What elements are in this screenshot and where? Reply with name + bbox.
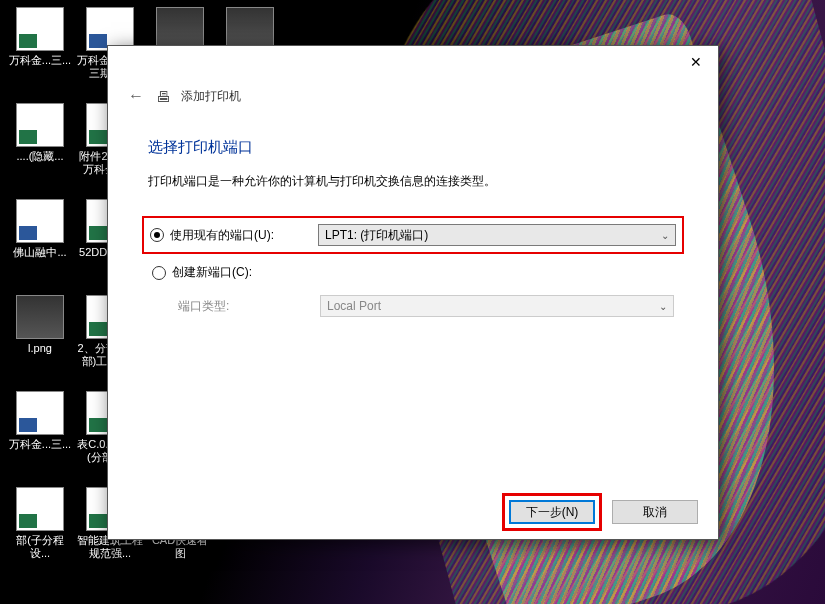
icon-label: l.png — [28, 342, 52, 355]
page-heading: 选择打印机端口 — [148, 138, 678, 157]
radio-label: 使用现有的端口(U): — [170, 227, 274, 244]
chevron-down-icon: ⌄ — [661, 230, 669, 241]
word-file-icon — [16, 391, 64, 435]
icon-label: ....(隐藏... — [16, 150, 63, 163]
dialog-header: ← 🖶 添加打印机 — [108, 78, 718, 120]
button-label: 取消 — [643, 504, 667, 521]
img-file-icon — [16, 295, 64, 339]
cancel-button[interactable]: 取消 — [612, 500, 698, 524]
icon-label: 佛山融中... — [13, 246, 66, 259]
excel-file-icon — [16, 7, 64, 51]
back-arrow-icon: ← — [128, 87, 144, 105]
dialog-content: 选择打印机端口 打印机端口是一种允许你的计算机与打印机交换信息的连接类型。 使用… — [108, 120, 718, 485]
port-type-label: 端口类型: — [152, 298, 320, 315]
desktop-icon[interactable]: ....(隐藏... — [5, 101, 75, 197]
next-button-highlight: 下一步(N) — [502, 493, 602, 531]
word-file-icon — [16, 199, 64, 243]
desktop-icon[interactable]: 万科金...三... — [5, 389, 75, 485]
radio-label: 创建新端口(C): — [172, 264, 252, 281]
icon-label: 部(子分程设... — [7, 534, 73, 559]
radio-icon — [150, 228, 164, 242]
desktop-icon[interactable]: l.png — [5, 293, 75, 389]
icon-label: 万科金...三... — [9, 54, 71, 67]
close-button[interactable]: ✕ — [673, 47, 718, 77]
add-printer-dialog: ✕ ← 🖶 添加打印机 选择打印机端口 打印机端口是一种允许你的计算机与打印机交… — [107, 45, 719, 540]
close-icon: ✕ — [690, 54, 702, 70]
select-value: Local Port — [327, 299, 381, 313]
page-description: 打印机端口是一种允许你的计算机与打印机交换信息的连接类型。 — [148, 173, 678, 190]
icon-label: 万科金...三... — [9, 438, 71, 451]
existing-port-row: 使用现有的端口(U): LPT1: (打印机端口) ⌄ — [142, 216, 684, 254]
create-new-port-row: 创建新端口(C): — [148, 260, 678, 285]
existing-port-select[interactable]: LPT1: (打印机端口) ⌄ — [318, 224, 676, 246]
next-button[interactable]: 下一步(N) — [509, 500, 595, 524]
radio-icon — [152, 266, 166, 280]
port-type-row: 端口类型: Local Port ⌄ — [148, 291, 678, 321]
use-existing-port-radio[interactable]: 使用现有的端口(U): — [150, 227, 318, 244]
desktop-icon[interactable]: 部(子分程设... — [5, 485, 75, 581]
printer-icon: 🖶 — [156, 88, 171, 105]
titlebar: ✕ — [108, 46, 718, 78]
desktop-icon[interactable]: 佛山融中... — [5, 197, 75, 293]
create-new-port-radio[interactable]: 创建新端口(C): — [152, 264, 320, 281]
chevron-down-icon: ⌄ — [659, 301, 667, 312]
excel-file-icon — [16, 103, 64, 147]
back-button[interactable]: ← — [126, 86, 146, 106]
excel-file-icon — [16, 487, 64, 531]
desktop-icon[interactable]: 万科金...三... — [5, 5, 75, 101]
button-label: 下一步(N) — [526, 504, 579, 521]
select-value: LPT1: (打印机端口) — [325, 227, 428, 244]
dialog-footer: 下一步(N) 取消 — [108, 485, 718, 539]
port-type-select: Local Port ⌄ — [320, 295, 674, 317]
dialog-title: 添加打印机 — [181, 88, 241, 105]
